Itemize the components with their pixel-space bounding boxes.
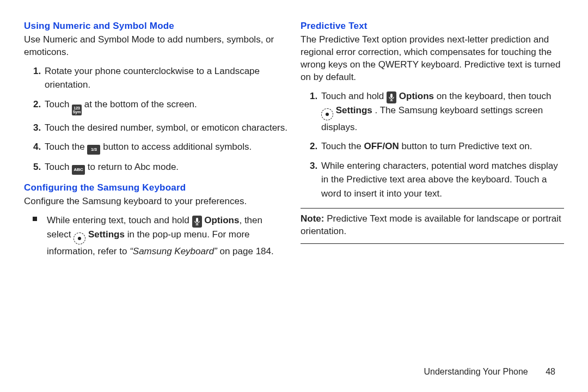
list-item: Touch and hold Options on the keyboard, … [320,89,564,134]
gear-icon [74,232,85,244]
key-abc-icon: ABC [72,165,85,175]
list-item: Touch the desired number, symbol, or emo… [44,121,287,135]
key-1of3-icon: 1/3 [87,145,100,155]
divider [301,208,564,209]
numeric-intro: Use Numeric and Symbol Mode to add numbe… [24,34,287,59]
page-footer: Understanding Your Phone 48 [424,367,555,377]
list-item: Touch the 1/3 button to access additiona… [44,140,287,155]
predictive-steps: Touch and hold Options on the keyboard, … [301,89,564,201]
off-on-label: OFF/ON [364,141,399,151]
list-item: While entering text, touch and hold Opti… [44,213,287,259]
right-column: Predictive Text The Predictive Text opti… [301,21,564,262]
footer-section: Understanding Your Phone [424,367,528,376]
note-label: Note: [301,213,324,224]
settings-label: Settings [88,229,125,240]
list-item: Touch 123Sym at the bottom of the screen… [44,97,287,115]
key-123-sym-icon: 123Sym [72,105,82,115]
list-item: While entering characters, potential wor… [320,159,564,201]
gear-icon [321,108,333,120]
crossref: “Samsung Keyboard” [130,246,217,256]
list-item: Touch the OFF/ON button to turn Predicti… [320,139,564,154]
heading-configuring: Configuring the Samsung Keyboard [24,182,287,193]
heading-numeric-symbol: Using Numeric and Symbol Mode [24,21,287,32]
divider [301,243,564,244]
options-label: Options [204,215,239,225]
options-label: Options [399,91,434,101]
settings-label: Settings [336,105,372,115]
mic-options-icon [387,91,396,103]
svg-rect-3 [390,94,393,98]
list-item: Rotate your phone counterclockwise to a … [44,64,287,92]
list-item: Touch ABC to return to Abc mode. [44,160,287,175]
predictive-intro: The Predictive Text option provides next… [301,34,564,84]
config-intro: Configure the Samsung keyboard to your p… [24,195,287,208]
heading-predictive: Predictive Text [301,21,564,32]
left-column: Using Numeric and Symbol Mode Use Numeri… [24,21,287,262]
config-bullets: While entering text, touch and hold Opti… [24,213,287,259]
numeric-steps: Rotate your phone counterclockwise to a … [24,64,287,175]
page-number: 48 [546,367,555,377]
mic-options-icon [192,216,202,228]
svg-rect-0 [196,218,198,222]
note: Note: Predictive Text mode is available … [301,213,564,238]
